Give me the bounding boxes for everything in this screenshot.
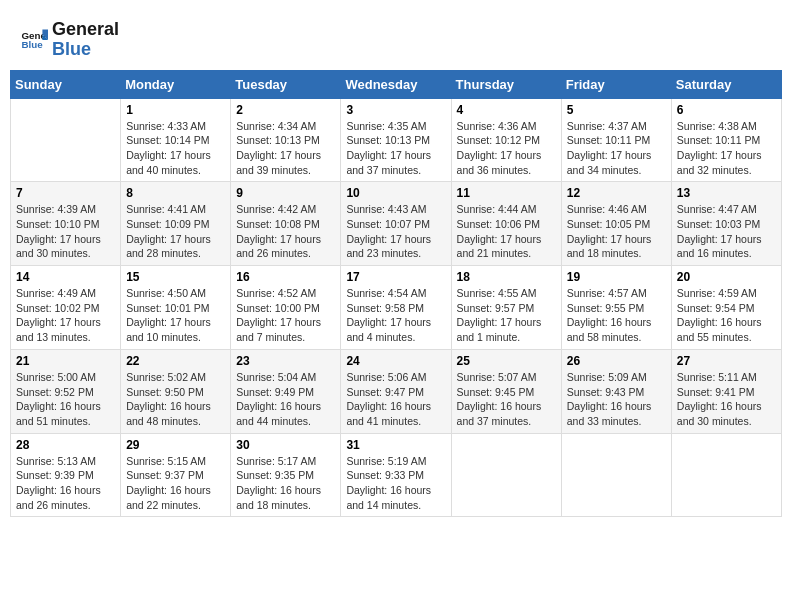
day-info: Sunrise: 5:07 AM Sunset: 9:45 PM Dayligh…	[457, 370, 556, 429]
day-info: Sunrise: 4:39 AM Sunset: 10:10 PM Daylig…	[16, 202, 115, 261]
day-number: 21	[16, 354, 115, 368]
day-info: Sunrise: 4:36 AM Sunset: 10:12 PM Daylig…	[457, 119, 556, 178]
calendar-cell: 4Sunrise: 4:36 AM Sunset: 10:12 PM Dayli…	[451, 98, 561, 182]
calendar-cell: 22Sunrise: 5:02 AM Sunset: 9:50 PM Dayli…	[121, 349, 231, 433]
day-info: Sunrise: 4:52 AM Sunset: 10:00 PM Daylig…	[236, 286, 335, 345]
day-info: Sunrise: 4:38 AM Sunset: 10:11 PM Daylig…	[677, 119, 776, 178]
calendar-cell: 13Sunrise: 4:47 AM Sunset: 10:03 PM Dayl…	[671, 182, 781, 266]
day-number: 10	[346, 186, 445, 200]
day-info: Sunrise: 4:59 AM Sunset: 9:54 PM Dayligh…	[677, 286, 776, 345]
calendar-cell: 3Sunrise: 4:35 AM Sunset: 10:13 PM Dayli…	[341, 98, 451, 182]
day-number: 12	[567, 186, 666, 200]
calendar-week-2: 7Sunrise: 4:39 AM Sunset: 10:10 PM Dayli…	[11, 182, 782, 266]
day-number: 22	[126, 354, 225, 368]
day-number: 20	[677, 270, 776, 284]
day-info: Sunrise: 4:44 AM Sunset: 10:06 PM Daylig…	[457, 202, 556, 261]
day-number: 7	[16, 186, 115, 200]
day-number: 13	[677, 186, 776, 200]
day-header-friday: Friday	[561, 70, 671, 98]
calendar-cell: 9Sunrise: 4:42 AM Sunset: 10:08 PM Dayli…	[231, 182, 341, 266]
day-number: 4	[457, 103, 556, 117]
day-info: Sunrise: 4:54 AM Sunset: 9:58 PM Dayligh…	[346, 286, 445, 345]
day-number: 29	[126, 438, 225, 452]
day-header-monday: Monday	[121, 70, 231, 98]
calendar-cell: 28Sunrise: 5:13 AM Sunset: 9:39 PM Dayli…	[11, 433, 121, 517]
calendar-cell: 2Sunrise: 4:34 AM Sunset: 10:13 PM Dayli…	[231, 98, 341, 182]
header: General Blue General Blue	[10, 10, 782, 65]
day-info: Sunrise: 5:02 AM Sunset: 9:50 PM Dayligh…	[126, 370, 225, 429]
day-number: 27	[677, 354, 776, 368]
day-info: Sunrise: 4:55 AM Sunset: 9:57 PM Dayligh…	[457, 286, 556, 345]
day-info: Sunrise: 5:19 AM Sunset: 9:33 PM Dayligh…	[346, 454, 445, 513]
day-header-sunday: Sunday	[11, 70, 121, 98]
calendar-cell: 17Sunrise: 4:54 AM Sunset: 9:58 PM Dayli…	[341, 266, 451, 350]
calendar-header-row: SundayMondayTuesdayWednesdayThursdayFrid…	[11, 70, 782, 98]
calendar-cell: 24Sunrise: 5:06 AM Sunset: 9:47 PM Dayli…	[341, 349, 451, 433]
calendar-week-1: 1Sunrise: 4:33 AM Sunset: 10:14 PM Dayli…	[11, 98, 782, 182]
calendar-cell: 20Sunrise: 4:59 AM Sunset: 9:54 PM Dayli…	[671, 266, 781, 350]
calendar-week-4: 21Sunrise: 5:00 AM Sunset: 9:52 PM Dayli…	[11, 349, 782, 433]
day-info: Sunrise: 4:41 AM Sunset: 10:09 PM Daylig…	[126, 202, 225, 261]
calendar-cell: 27Sunrise: 5:11 AM Sunset: 9:41 PM Dayli…	[671, 349, 781, 433]
day-number: 1	[126, 103, 225, 117]
day-number: 5	[567, 103, 666, 117]
day-number: 18	[457, 270, 556, 284]
calendar-cell	[561, 433, 671, 517]
day-info: Sunrise: 4:37 AM Sunset: 10:11 PM Daylig…	[567, 119, 666, 178]
calendar-cell: 21Sunrise: 5:00 AM Sunset: 9:52 PM Dayli…	[11, 349, 121, 433]
day-info: Sunrise: 4:43 AM Sunset: 10:07 PM Daylig…	[346, 202, 445, 261]
calendar-cell: 12Sunrise: 4:46 AM Sunset: 10:05 PM Dayl…	[561, 182, 671, 266]
day-info: Sunrise: 5:04 AM Sunset: 9:49 PM Dayligh…	[236, 370, 335, 429]
day-number: 30	[236, 438, 335, 452]
day-info: Sunrise: 4:34 AM Sunset: 10:13 PM Daylig…	[236, 119, 335, 178]
day-number: 9	[236, 186, 335, 200]
day-number: 24	[346, 354, 445, 368]
day-info: Sunrise: 5:09 AM Sunset: 9:43 PM Dayligh…	[567, 370, 666, 429]
day-number: 11	[457, 186, 556, 200]
day-info: Sunrise: 5:00 AM Sunset: 9:52 PM Dayligh…	[16, 370, 115, 429]
logo-line2: Blue	[52, 40, 119, 60]
calendar-cell: 30Sunrise: 5:17 AM Sunset: 9:35 PM Dayli…	[231, 433, 341, 517]
calendar-cell: 7Sunrise: 4:39 AM Sunset: 10:10 PM Dayli…	[11, 182, 121, 266]
day-number: 6	[677, 103, 776, 117]
logo-line1: General	[52, 20, 119, 40]
calendar-table: SundayMondayTuesdayWednesdayThursdayFrid…	[10, 70, 782, 518]
day-info: Sunrise: 5:17 AM Sunset: 9:35 PM Dayligh…	[236, 454, 335, 513]
day-info: Sunrise: 4:46 AM Sunset: 10:05 PM Daylig…	[567, 202, 666, 261]
calendar-cell: 6Sunrise: 4:38 AM Sunset: 10:11 PM Dayli…	[671, 98, 781, 182]
day-info: Sunrise: 4:35 AM Sunset: 10:13 PM Daylig…	[346, 119, 445, 178]
calendar-cell: 1Sunrise: 4:33 AM Sunset: 10:14 PM Dayli…	[121, 98, 231, 182]
calendar-cell: 5Sunrise: 4:37 AM Sunset: 10:11 PM Dayli…	[561, 98, 671, 182]
logo: General Blue General Blue	[20, 20, 119, 60]
calendar-cell	[451, 433, 561, 517]
calendar-cell: 19Sunrise: 4:57 AM Sunset: 9:55 PM Dayli…	[561, 266, 671, 350]
day-number: 25	[457, 354, 556, 368]
day-info: Sunrise: 4:47 AM Sunset: 10:03 PM Daylig…	[677, 202, 776, 261]
calendar-week-5: 28Sunrise: 5:13 AM Sunset: 9:39 PM Dayli…	[11, 433, 782, 517]
day-info: Sunrise: 4:49 AM Sunset: 10:02 PM Daylig…	[16, 286, 115, 345]
day-number: 19	[567, 270, 666, 284]
day-number: 8	[126, 186, 225, 200]
calendar-cell: 31Sunrise: 5:19 AM Sunset: 9:33 PM Dayli…	[341, 433, 451, 517]
calendar-cell	[671, 433, 781, 517]
day-header-tuesday: Tuesday	[231, 70, 341, 98]
day-number: 14	[16, 270, 115, 284]
day-header-thursday: Thursday	[451, 70, 561, 98]
calendar-cell: 26Sunrise: 5:09 AM Sunset: 9:43 PM Dayli…	[561, 349, 671, 433]
calendar-week-3: 14Sunrise: 4:49 AM Sunset: 10:02 PM Dayl…	[11, 266, 782, 350]
svg-text:Blue: Blue	[21, 39, 43, 50]
day-info: Sunrise: 5:15 AM Sunset: 9:37 PM Dayligh…	[126, 454, 225, 513]
day-header-wednesday: Wednesday	[341, 70, 451, 98]
calendar-cell: 8Sunrise: 4:41 AM Sunset: 10:09 PM Dayli…	[121, 182, 231, 266]
calendar-cell: 29Sunrise: 5:15 AM Sunset: 9:37 PM Dayli…	[121, 433, 231, 517]
day-number: 17	[346, 270, 445, 284]
calendar-cell: 25Sunrise: 5:07 AM Sunset: 9:45 PM Dayli…	[451, 349, 561, 433]
logo-icon: General Blue	[20, 26, 48, 54]
day-info: Sunrise: 4:57 AM Sunset: 9:55 PM Dayligh…	[567, 286, 666, 345]
calendar-cell: 18Sunrise: 4:55 AM Sunset: 9:57 PM Dayli…	[451, 266, 561, 350]
calendar-cell	[11, 98, 121, 182]
calendar-cell: 14Sunrise: 4:49 AM Sunset: 10:02 PM Dayl…	[11, 266, 121, 350]
day-number: 16	[236, 270, 335, 284]
day-info: Sunrise: 5:13 AM Sunset: 9:39 PM Dayligh…	[16, 454, 115, 513]
day-header-saturday: Saturday	[671, 70, 781, 98]
